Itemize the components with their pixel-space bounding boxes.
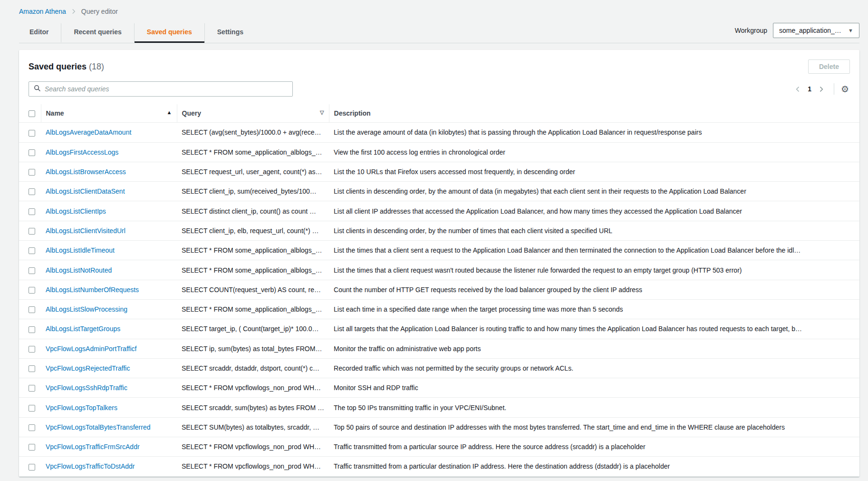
row-checkbox-cell: [19, 162, 41, 181]
query-name-link[interactable]: VpcFlowLogsTopTalkers: [46, 404, 117, 412]
query-sql-cell: SELECT COUNT(request_verb) AS count, re…: [177, 280, 329, 299]
row-checkbox[interactable]: [29, 444, 35, 451]
query-name-cell: VpcFlowLogsAdminPortTrafficf: [41, 339, 177, 358]
row-checkbox-cell: [19, 457, 41, 476]
row-checkbox[interactable]: [29, 287, 35, 294]
sort-ascending-icon[interactable]: ▲: [167, 109, 172, 115]
table-row: VpcFlowLogsTrafficFrmSrcAddr SELECT * FR…: [19, 437, 859, 457]
query-name-link[interactable]: VpcFlowLogsRejectedTraffic: [46, 364, 130, 372]
row-checkbox-cell: [19, 299, 41, 319]
table-row: VpcFlowLogsSshRdpTraffic SELECT * FROM v…: [19, 378, 859, 398]
query-description-cell: List the average amount of data (in kilo…: [329, 123, 859, 142]
query-name-link[interactable]: AlbLogsListClientVisitedUrl: [46, 227, 125, 235]
row-checkbox-cell: [19, 123, 41, 142]
row-checkbox[interactable]: [29, 169, 35, 176]
query-name-cell: VpcFlowLogsTrafficToDstAddr: [41, 457, 177, 476]
query-name-cell: AlbLogsListClientIps: [41, 201, 177, 221]
query-name-link[interactable]: AlbLogsListIdleTimeout: [46, 246, 115, 254]
query-name-cell: VpcFlowLogsTrafficFrmSrcAddr: [41, 437, 177, 457]
query-name-cell: VpcFlowLogsTopTalkers: [41, 398, 177, 417]
query-name-link[interactable]: AlbLogsListTargetGroups: [46, 325, 120, 333]
query-sql-cell: SELECT srcaddr, dstaddr, dstport, count(…: [177, 358, 329, 378]
query-name-link[interactable]: VpcFlowLogsAdminPortTrafficf: [46, 345, 136, 353]
next-page-button[interactable]: [814, 84, 828, 94]
select-all-checkbox[interactable]: [29, 110, 35, 117]
query-sql-cell: SELECT (avg(sent_bytes)/1000.0 + avg(rec…: [177, 123, 329, 142]
query-name-link[interactable]: VpcFlowLogsTrafficToDstAddr: [46, 462, 135, 470]
settings-gear-icon[interactable]: ⚙: [840, 84, 850, 95]
query-sql-cell: SELECT * FROM some_application_alblogs_…: [177, 241, 329, 260]
table-header-row: Name ▲ Query ▽ Description: [19, 104, 859, 123]
query-description-cell: The top 50 IPs transmitting traffic in y…: [329, 398, 859, 417]
table-row: AlbLogsListClientDataSent SELECT client_…: [19, 182, 859, 201]
query-name-cell: AlbLogsListClientVisitedUrl: [41, 221, 177, 240]
delete-button[interactable]: Delete: [808, 59, 850, 74]
query-name-link[interactable]: AlbLogsListClientIps: [46, 207, 106, 215]
query-sql-cell: SELECT request_url, user_agent, count(*)…: [177, 162, 329, 181]
table-row: AlbLogsListClientVisitedUrl SELECT clien…: [19, 221, 859, 240]
column-header-description[interactable]: Description: [329, 104, 859, 123]
row-checkbox[interactable]: [29, 326, 35, 333]
query-description-cell: View the first 100 access log entries in…: [329, 142, 859, 162]
query-sql-cell: SELECT * FROM some_application_alblogs_…: [177, 142, 329, 162]
table-row: VpcFlowLogsTrafficToDstAddr SELECT * FRO…: [19, 457, 859, 476]
row-checkbox[interactable]: [29, 385, 35, 392]
tab-bar: Editor Recent queries Saved queries Sett…: [19, 23, 859, 43]
row-checkbox[interactable]: [29, 267, 35, 274]
row-checkbox[interactable]: [29, 208, 35, 215]
row-checkbox-cell: [19, 398, 41, 417]
search-input[interactable]: [45, 85, 288, 93]
query-name-link[interactable]: AlbLogsListSlowProcessing: [46, 305, 127, 313]
row-checkbox[interactable]: [29, 306, 35, 313]
breadcrumb-link-athena[interactable]: Amazon Athena: [19, 8, 66, 15]
query-sql-cell: SELECT ip, sum(bytes) as total_bytes FRO…: [177, 339, 329, 358]
table-row: VpcFlowLogsTotalBytesTransferred SELECT …: [19, 417, 859, 437]
row-checkbox-cell: [19, 201, 41, 221]
query-description-cell: Top 50 pairs of source and destination I…: [329, 417, 859, 437]
row-checkbox-cell: [19, 221, 41, 240]
query-name-link[interactable]: VpcFlowLogsSshRdpTraffic: [46, 384, 127, 392]
query-name-link[interactable]: VpcFlowLogsTotalBytesTransferred: [46, 423, 150, 431]
row-checkbox-cell: [19, 437, 41, 457]
tab-recent-queries[interactable]: Recent queries: [61, 23, 134, 42]
row-checkbox[interactable]: [29, 247, 35, 254]
tab-settings[interactable]: Settings: [205, 23, 256, 42]
search-box[interactable]: [29, 81, 293, 97]
row-checkbox-cell: [19, 280, 41, 299]
column-header-query[interactable]: Query ▽: [177, 104, 329, 123]
table-row: AlbLogsListBrowserAccess SELECT request_…: [19, 162, 859, 181]
query-sql-cell: SELECT client_ip, sum(received_bytes/100…: [177, 182, 329, 201]
query-name-cell: AlbLogsListBrowserAccess: [41, 162, 177, 181]
previous-page-button[interactable]: [791, 84, 805, 94]
tab-editor[interactable]: Editor: [19, 23, 61, 42]
row-checkbox-cell: [19, 339, 41, 358]
query-name-cell: AlbLogsFirstAccessLogs: [41, 142, 177, 162]
query-name-link[interactable]: AlbLogsListNumberOfRequests: [46, 286, 139, 294]
query-name-link[interactable]: AlbLogsAverageDataAmount: [46, 128, 131, 136]
row-checkbox[interactable]: [29, 424, 35, 431]
tab-saved-queries[interactable]: Saved queries: [135, 23, 205, 42]
query-name-link[interactable]: AlbLogsListBrowserAccess: [46, 168, 126, 176]
query-description-cell: List the times that a client sent a requ…: [329, 241, 859, 260]
query-name-link[interactable]: AlbLogsFirstAccessLogs: [46, 148, 118, 156]
query-name-link[interactable]: AlbLogsListNotRouted: [46, 266, 112, 274]
row-checkbox[interactable]: [29, 346, 35, 353]
row-checkbox[interactable]: [29, 130, 35, 137]
query-name-link[interactable]: AlbLogsListClientDataSent: [46, 187, 125, 195]
row-checkbox[interactable]: [29, 405, 35, 412]
row-checkbox-cell: [19, 378, 41, 398]
row-checkbox[interactable]: [29, 464, 35, 471]
row-checkbox[interactable]: [29, 188, 35, 195]
current-page-number[interactable]: 1: [808, 85, 811, 93]
workgroup-select[interactable]: some_application_… ▼: [773, 23, 859, 38]
row-checkbox[interactable]: [29, 228, 35, 235]
row-checkbox[interactable]: [29, 365, 35, 372]
query-description-cell: List the 10 URLs that Firefox users acce…: [329, 162, 859, 181]
query-name-link[interactable]: VpcFlowLogsTrafficFrmSrcAddr: [46, 443, 140, 451]
query-description-cell: List each time in a specified date range…: [329, 299, 859, 319]
table-row: AlbLogsListTargetGroups SELECT target_ip…: [19, 319, 859, 339]
sort-descending-icon[interactable]: ▽: [320, 109, 324, 116]
row-checkbox[interactable]: [29, 149, 35, 156]
column-header-name[interactable]: Name ▲: [41, 104, 177, 123]
select-all-header: [19, 104, 41, 123]
